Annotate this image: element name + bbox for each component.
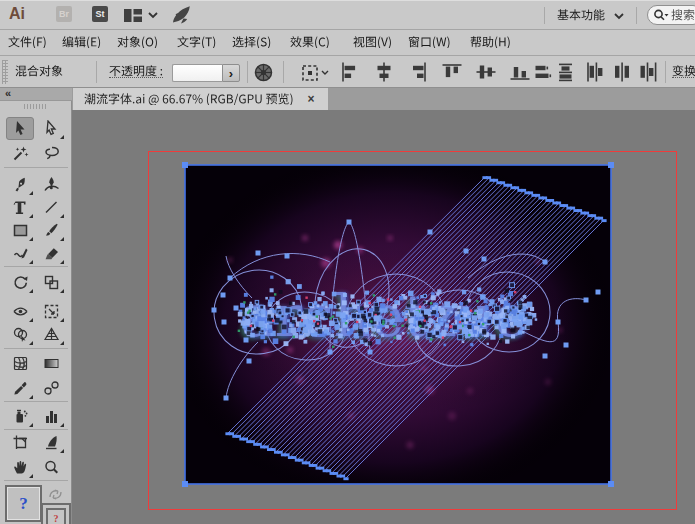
flyout-indicator bbox=[29, 289, 33, 293]
fill-color-swatch[interactable]: ? bbox=[5, 485, 42, 522]
tools-panel-header: « bbox=[0, 88, 72, 101]
width-tool[interactable] bbox=[6, 300, 34, 323]
menu-item-view[interactable] bbox=[353, 36, 392, 48]
tools-divider bbox=[4, 480, 68, 481]
search-box[interactable] bbox=[647, 5, 695, 25]
dist-h-space-button[interactable] bbox=[612, 62, 632, 82]
menu-item-window[interactable] bbox=[408, 36, 451, 48]
menu-item-object[interactable] bbox=[117, 36, 158, 48]
rotate-tool[interactable] bbox=[6, 271, 34, 294]
flyout-indicator bbox=[29, 341, 33, 345]
pen-tool[interactable] bbox=[6, 173, 34, 196]
tools-divider bbox=[4, 401, 68, 402]
blend-tool[interactable] bbox=[37, 377, 65, 400]
menu-bar bbox=[0, 30, 695, 56]
dist-h-right-button[interactable] bbox=[638, 62, 658, 82]
flyout-indicator bbox=[29, 318, 33, 322]
line-segment-tool[interactable] bbox=[37, 196, 65, 219]
dist-v-center-button[interactable] bbox=[534, 62, 554, 82]
search-placeholder bbox=[671, 9, 695, 21]
lasso-tool[interactable] bbox=[37, 142, 65, 165]
document-tab[interactable]: × bbox=[73, 88, 328, 110]
flyout-indicator bbox=[60, 135, 64, 139]
align-left-button[interactable] bbox=[340, 62, 360, 82]
rocket-gpu-icon[interactable] bbox=[171, 4, 192, 25]
shaper-tool[interactable] bbox=[6, 242, 34, 265]
zoom-tool[interactable] bbox=[37, 456, 65, 479]
document-tab-bar: × bbox=[72, 88, 695, 110]
magic-wand-tool[interactable] bbox=[6, 142, 34, 165]
column-graph-tool[interactable] bbox=[37, 405, 65, 428]
menu-item-select[interactable] bbox=[232, 36, 271, 48]
align-h-center-button[interactable] bbox=[374, 62, 394, 82]
appbar-separator bbox=[544, 7, 545, 24]
tools-panel-grip[interactable] bbox=[24, 104, 48, 109]
menu-item-type[interactable] bbox=[177, 36, 216, 48]
flyout-indicator bbox=[29, 237, 33, 241]
flyout-indicator bbox=[29, 191, 33, 195]
rectangle-tool[interactable] bbox=[6, 219, 34, 242]
collapse-panel-button[interactable]: « bbox=[5, 87, 10, 99]
illustrator-window: Ai Br St bbox=[0, 0, 695, 524]
flyout-indicator bbox=[29, 214, 33, 218]
symbol-sprayer-tool[interactable] bbox=[6, 405, 34, 428]
slice-tool[interactable] bbox=[37, 431, 65, 454]
align-bottom-button[interactable] bbox=[510, 62, 530, 82]
workspace-switcher[interactable] bbox=[557, 9, 605, 21]
flyout-indicator bbox=[29, 423, 33, 427]
stroke-question-mark: ? bbox=[54, 513, 59, 524]
flyout-indicator bbox=[29, 395, 33, 399]
dist-v-space-button[interactable] bbox=[556, 62, 576, 82]
stock-badge[interactable]: St bbox=[92, 6, 108, 22]
tools-divider bbox=[4, 429, 68, 430]
menu-item-edit[interactable] bbox=[62, 36, 101, 48]
controlbar-separator bbox=[665, 61, 666, 83]
mesh-tool[interactable] bbox=[6, 352, 34, 375]
flyout-indicator bbox=[29, 260, 33, 264]
shape-builder-tool[interactable] bbox=[6, 323, 34, 346]
chevron-down-icon[interactable] bbox=[614, 13, 624, 20]
menu-item-file[interactable] bbox=[8, 36, 47, 48]
swap-fill-stroke-icon[interactable] bbox=[48, 487, 63, 500]
align-v-center-button[interactable] bbox=[476, 62, 496, 82]
bridge-badge[interactable]: Br bbox=[56, 6, 72, 22]
stroke-color-swatch[interactable]: ? bbox=[41, 503, 71, 524]
tools-divider bbox=[4, 348, 68, 349]
flyout-indicator bbox=[60, 214, 64, 218]
chevron-down-icon[interactable] bbox=[148, 12, 158, 19]
eraser-tool[interactable] bbox=[37, 242, 65, 265]
menu-item-effect[interactable] bbox=[290, 36, 330, 48]
control-bar: › bbox=[0, 56, 695, 88]
perspective-grid-tool[interactable] bbox=[37, 323, 65, 346]
free-transform-tool[interactable] bbox=[37, 300, 65, 323]
close-tab-icon[interactable]: × bbox=[308, 93, 315, 105]
tools-divider bbox=[4, 167, 68, 168]
fill-question-mark: ? bbox=[19, 494, 28, 514]
illustrator-logo: Ai bbox=[9, 5, 25, 23]
flyout-indicator bbox=[60, 237, 64, 241]
document-tab-title bbox=[84, 93, 294, 105]
flyout-indicator bbox=[60, 318, 64, 322]
selection-tool[interactable] bbox=[6, 117, 34, 140]
paintbrush-tool[interactable] bbox=[37, 219, 65, 242]
type-tool[interactable] bbox=[6, 196, 34, 219]
arrange-documents-icon[interactable] bbox=[124, 9, 142, 22]
scale-tool[interactable] bbox=[37, 271, 65, 294]
artboard-tool[interactable] bbox=[6, 431, 34, 454]
align-right-button[interactable] bbox=[408, 62, 428, 82]
transform-link[interactable] bbox=[672, 65, 695, 78]
curvature-tool[interactable] bbox=[37, 173, 65, 196]
eyedropper-tool[interactable] bbox=[6, 377, 34, 400]
flyout-indicator bbox=[60, 341, 64, 345]
canvas-area[interactable]: archetzue archetzue archetzue archetzue bbox=[72, 110, 695, 524]
menu-item-help[interactable] bbox=[470, 36, 511, 48]
tools-panel: ? ? bbox=[0, 101, 72, 524]
app-bar: Ai Br St bbox=[0, 0, 695, 30]
align-top-button[interactable] bbox=[442, 62, 462, 82]
flyout-indicator bbox=[60, 289, 64, 293]
dist-h-left-button[interactable] bbox=[585, 62, 605, 82]
direct-selection-tool[interactable] bbox=[37, 117, 65, 140]
hand-tool[interactable] bbox=[6, 456, 34, 479]
flyout-indicator bbox=[60, 449, 64, 453]
gradient-tool[interactable] bbox=[37, 352, 65, 375]
